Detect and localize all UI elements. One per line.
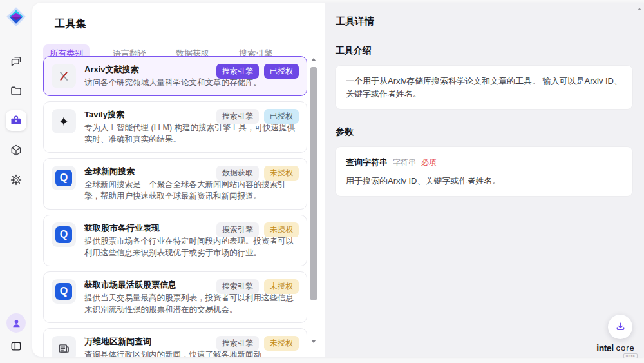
- auth-status-badge: 未授权: [264, 336, 299, 351]
- tool-card[interactable]: 万维地区新闻查询 查询具体行政区划内的新闻，快速了解各地新闻动 搜索引擎 未授权: [43, 328, 307, 357]
- param-description: 用于搜索的Arxiv ID、关键字或作者姓名。: [346, 175, 622, 188]
- param-required-badge: 必填: [421, 157, 437, 168]
- nav-chat-icon[interactable]: [6, 51, 26, 72]
- tool-tags: 搜索引擎 未授权: [216, 222, 299, 237]
- sparkle-icon: [52, 109, 76, 133]
- tools-panel: 工具集 所有类别语言翻译数据获取搜索引擎 Arxiv文献搜索 访问各个研究领域大…: [32, 3, 325, 357]
- intel-core-logo: intel core ultra: [596, 343, 638, 358]
- intro-heading: 工具介绍: [336, 45, 632, 57]
- ultra-badge: ultra: [623, 353, 638, 358]
- category-tag: 搜索引擎: [216, 336, 259, 351]
- tool-card[interactable]: Q 获取市场最活跃股票信息 提供当天交易量最高的股票列表，投资者可以利用这些信息…: [43, 271, 307, 323]
- scrollbar-thumb[interactable]: [310, 67, 317, 300]
- tool-tags: 搜索引擎 已授权: [216, 64, 299, 79]
- main-shell: 工具集 所有类别语言翻译数据获取搜索引擎 Arxiv文献搜索 访问各个研究领域大…: [32, 3, 644, 357]
- auth-status-badge: 未授权: [264, 222, 299, 237]
- q-logo-glyph: Q: [55, 283, 72, 300]
- newspaper-icon: [52, 336, 76, 357]
- arxiv-logo-icon: [52, 64, 76, 88]
- app-logo-icon[interactable]: [5, 6, 27, 28]
- intro-card: 一个用于从Arxiv存储库搜索科学论文和文章的工具。 输入可以是Arxiv ID…: [336, 66, 632, 109]
- auth-status-badge: 已授权: [264, 109, 299, 124]
- auth-status-badge: 已授权: [264, 64, 299, 79]
- download-button[interactable]: [608, 315, 632, 339]
- tool-card[interactable]: Q 获取股市各行业表现 提供股票市场各个行业在特定时间段内的表现。投资者可以利用…: [43, 215, 307, 266]
- tool-description: 提供股票市场各个行业在特定时间段内的表现。投资者可以利用这些信息来识别表现优于或…: [84, 235, 299, 259]
- category-tag: 数据获取: [216, 166, 259, 181]
- q-logo-glyph: Q: [55, 226, 72, 243]
- category-tag: 搜索引擎: [216, 279, 259, 294]
- q-logo-icon: Q: [52, 166, 76, 190]
- nav-toolbox-icon[interactable]: [6, 110, 26, 131]
- category-tag: 搜索引擎: [216, 222, 259, 237]
- intel-wordmark: intel: [596, 343, 613, 353]
- nav-folder-icon[interactable]: [6, 81, 26, 101]
- scrollbar-down-icon[interactable]: [311, 340, 316, 343]
- rail-bottom: [6, 313, 26, 357]
- tool-description: 全球新闻搜索是一个聚合全球各大新闻网站内容的搜索引擎，帮助用户快速获取全球最新资…: [84, 179, 299, 202]
- param-header: 查询字符串 字符串 必填: [346, 156, 622, 169]
- tool-description: 提供当天交易量最高的股票列表，投资者可以利用这些信息来识别流动性强的股票和潜在的…: [84, 292, 299, 315]
- user-avatar-icon[interactable]: [6, 313, 26, 333]
- nav-rail: [0, 0, 32, 363]
- app-root: 工具集 所有类别语言翻译数据获取搜索引擎 Arxiv文献搜索 访问各个研究领域大…: [0, 0, 644, 363]
- auth-status-badge: 未授权: [264, 166, 299, 181]
- category-tag: 搜索引擎: [216, 64, 259, 79]
- page-title: 工具集: [55, 17, 325, 31]
- tool-tags: 搜索引擎 未授权: [216, 279, 299, 294]
- tool-description: 专为人工智能代理 (LLM) 构建的搜索引擎工具，可快速提供实时、准确和真实的结…: [84, 122, 299, 145]
- core-wordmark: core: [616, 343, 635, 353]
- intro-text: 一个用于从Arxiv存储库搜索科学论文和文章的工具。 输入可以是Arxiv ID…: [346, 75, 622, 100]
- tool-details-panel: 工具详情 工具介绍 一个用于从Arxiv存储库搜索科学论文和文章的工具。 输入可…: [325, 3, 644, 357]
- tool-card[interactable]: Q 全球新闻搜索 全球新闻搜索是一个聚合全球各大新闻网站内容的搜索引擎，帮助用户…: [43, 158, 307, 210]
- nav-cube-icon[interactable]: [6, 140, 26, 161]
- q-logo-icon: Q: [52, 279, 76, 304]
- param-name: 查询字符串: [346, 156, 388, 169]
- tool-tags: 数据获取 未授权: [216, 166, 299, 181]
- tool-card[interactable]: Arxiv文献搜索 访问各个研究领域大量科学论文和文章的存储库。 搜索引擎 已授…: [43, 56, 307, 96]
- tool-tags: 搜索引擎 未授权: [216, 336, 299, 351]
- sidebar-toggle-icon[interactable]: [6, 336, 26, 357]
- q-logo-glyph: Q: [55, 170, 72, 186]
- detail-title: 工具详情: [336, 15, 632, 28]
- param-card: 查询字符串 字符串 必填 用于搜索的Arxiv ID、关键字或作者姓名。: [336, 147, 632, 196]
- detail-scroll-up-icon: [638, 8, 641, 10]
- rail-nav: [6, 51, 26, 190]
- auth-status-badge: 未授权: [264, 279, 299, 294]
- param-type: 字符串: [393, 157, 416, 168]
- tool-tags: 搜索引擎 已授权: [216, 109, 299, 124]
- category-tag: 搜索引擎: [216, 109, 259, 124]
- q-logo-icon: Q: [52, 222, 76, 247]
- nav-settings-icon[interactable]: [6, 170, 26, 190]
- params-heading: 参数: [336, 126, 632, 138]
- scrollbar-up-icon[interactable]: [311, 58, 316, 61]
- list-scrollbar[interactable]: [310, 57, 317, 344]
- tool-list: Arxiv文献搜索 访问各个研究领域大量科学论文和文章的存储库。 搜索引擎 已授…: [43, 56, 307, 357]
- tool-card[interactable]: Tavily搜索 专为人工智能代理 (LLM) 构建的搜索引擎工具，可快速提供实…: [43, 101, 307, 153]
